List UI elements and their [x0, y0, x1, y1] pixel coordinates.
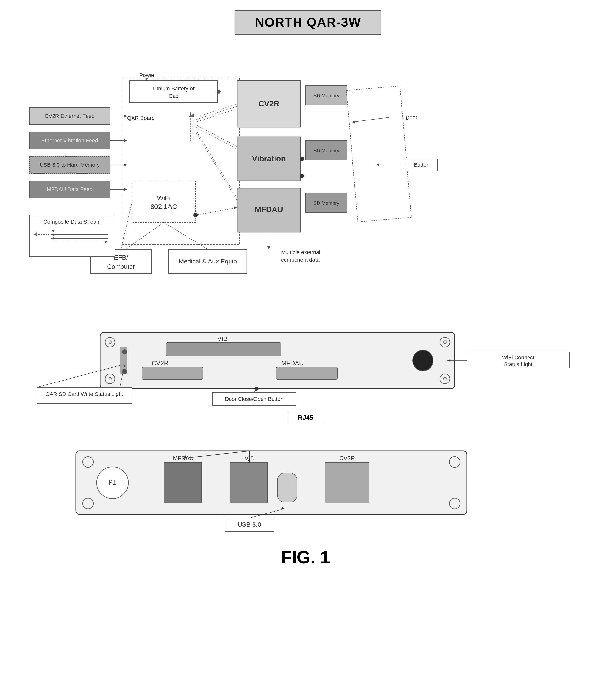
qar-board-label: QAR Board	[127, 115, 155, 121]
svg-rect-126	[230, 463, 268, 503]
fig-label: FIG. 1	[25, 547, 587, 567]
top-panel-diagram: ⊖ ⊖ ⊖ ⊖ VIB CV2R MFDAU	[37, 323, 574, 424]
svg-line-55	[195, 130, 237, 198]
vib-label: VIB	[217, 335, 228, 343]
svg-line-51	[195, 106, 237, 120]
svg-line-63	[195, 208, 237, 215]
bottom-panel-diagram: P1 MFDAU VIB CV2R USB 3.0	[37, 444, 574, 537]
svg-marker-44	[124, 164, 127, 167]
rj45-area: RJ45	[37, 412, 574, 424]
svg-point-27	[300, 157, 304, 161]
rj45-label: RJ45	[288, 412, 323, 424]
svg-rect-101	[166, 343, 281, 356]
svg-marker-26	[377, 164, 380, 167]
svg-line-53	[195, 125, 237, 147]
svg-line-61	[122, 222, 164, 252]
usb30-label: USB 3.0	[237, 521, 261, 528]
svg-text:Composite Data Stream: Composite Data Stream	[44, 219, 101, 225]
svg-rect-19	[346, 86, 411, 222]
svg-text:⊖: ⊖	[443, 376, 447, 381]
svg-text:⊖: ⊖	[108, 339, 112, 345]
svg-rect-0	[122, 78, 239, 244]
svg-rect-124	[164, 463, 202, 503]
main-diagram: QAR Board Lithium Battery or Cap Power C…	[25, 49, 587, 306]
svg-text:Door: Door	[405, 114, 417, 121]
svg-rect-116	[76, 451, 467, 514]
svg-text:MFDAU: MFDAU	[255, 205, 283, 214]
svg-line-21	[352, 117, 389, 122]
svg-text:EFB/: EFB/	[114, 254, 128, 261]
svg-text:Multiple external: Multiple external	[281, 249, 320, 256]
svg-line-54	[195, 127, 237, 149]
svg-line-56	[195, 132, 237, 200]
svg-text:WiFi: WiFi	[157, 194, 171, 202]
power-label: Power	[139, 72, 155, 78]
top-panel-svg: ⊖ ⊖ ⊖ ⊖ VIB CV2R MFDAU	[37, 323, 574, 406]
svg-text:⊖: ⊖	[108, 376, 112, 381]
svg-point-99	[122, 350, 127, 354]
svg-marker-40	[124, 139, 127, 142]
page-title: NORTH QAR-3W	[255, 15, 361, 30]
svg-text:Status Light: Status Light	[504, 361, 532, 367]
cv2r-label: CV2R	[151, 360, 168, 367]
svg-rect-1	[130, 81, 218, 103]
svg-text:MFDAU Data Feed: MFDAU Data Feed	[47, 186, 92, 192]
svg-text:SD Memory: SD Memory	[313, 148, 339, 153]
svg-text:CV2R Ethernet Feed: CV2R Ethernet Feed	[45, 113, 95, 119]
bottom-section: ⊖ ⊖ ⊖ ⊖ VIB CV2R MFDAU	[25, 323, 587, 567]
svg-point-4	[217, 90, 221, 94]
svg-rect-103	[276, 367, 337, 379]
svg-point-104	[412, 350, 433, 371]
svg-rect-102	[142, 367, 203, 379]
svg-text:Vibration: Vibration	[252, 154, 286, 163]
svg-text:CV2R: CV2R	[339, 455, 355, 461]
svg-text:P1: P1	[108, 479, 117, 486]
svg-text:USB 3.0 to Hard Memory: USB 3.0 to Hard Memory	[40, 162, 100, 168]
svg-text:Button: Button	[414, 162, 430, 168]
svg-text:WiFi Connect: WiFi Connect	[502, 354, 534, 361]
bottom-panel-svg: P1 MFDAU VIB CV2R USB 3.0	[37, 444, 574, 537]
svg-text:CV2R: CV2R	[258, 99, 279, 108]
svg-text:Cap: Cap	[169, 93, 178, 99]
svg-marker-22	[352, 121, 355, 124]
svg-text:Medical & Aux Equip: Medical & Aux Equip	[179, 258, 237, 265]
svg-marker-64	[234, 206, 237, 209]
svg-marker-36	[124, 115, 127, 118]
svg-rect-129	[325, 463, 369, 503]
door-button-label: Door Close/Open Button	[225, 396, 283, 402]
svg-line-75	[164, 222, 208, 249]
svg-line-52	[195, 109, 237, 122]
svg-text:⊖: ⊖	[443, 339, 447, 345]
svg-marker-6	[145, 78, 148, 81]
svg-text:Ethernet Vibration Feed: Ethernet Vibration Feed	[41, 137, 98, 143]
svg-text:Lithium Battery or: Lithium Battery or	[152, 86, 194, 92]
svg-marker-48	[124, 188, 127, 191]
diagram-svg: QAR Board Lithium Battery or Cap Power C…	[25, 49, 587, 306]
mfdau-label: MFDAU	[281, 360, 304, 367]
svg-line-50	[195, 104, 237, 117]
svg-point-28	[300, 174, 304, 178]
title-box: NORTH QAR-3W	[235, 10, 381, 35]
svg-line-74	[121, 201, 132, 249]
qar-sd-label: QAR SD Card Write Status Light	[45, 391, 123, 397]
svg-text:SD Memory: SD Memory	[313, 200, 339, 206]
svg-rect-127	[277, 473, 297, 502]
svg-marker-73	[267, 246, 270, 249]
svg-text:802.1AC: 802.1AC	[150, 203, 177, 211]
svg-text:SD Memory: SD Memory	[313, 93, 339, 98]
svg-text:component data: component data	[281, 257, 320, 263]
svg-text:Computer: Computer	[107, 263, 135, 270]
